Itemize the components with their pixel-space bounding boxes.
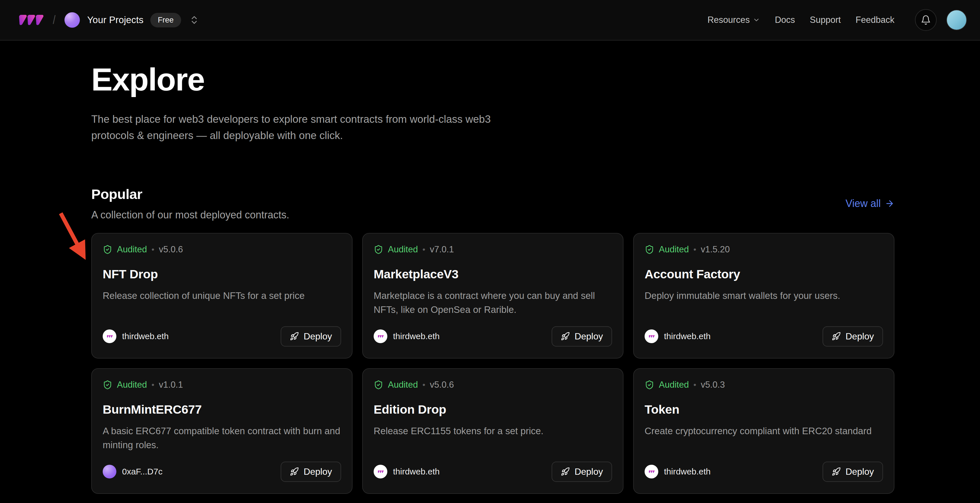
nav-link-support[interactable]: Support [810, 15, 841, 25]
contract-title: MarketplaceV3 [374, 267, 612, 281]
contract-card-token[interactable]: Audited • v5.0.3 Token Create cryptocurr… [633, 368, 894, 494]
publisher-avatar-thirdweb-logo-icon [374, 465, 387, 479]
breadcrumb: / Your Projects Free [14, 11, 199, 29]
audited-badge: Audited [659, 380, 689, 390]
nav-link-label: Resources [707, 15, 749, 25]
deploy-button[interactable]: Deploy [281, 326, 341, 347]
dot-separator: • [694, 380, 696, 390]
dot-separator: • [151, 245, 154, 254]
publisher-avatar-thirdweb-logo-icon [374, 329, 387, 343]
thirdweb-logo-icon[interactable] [14, 11, 44, 29]
card-badge-row: Audited • v1.0.1 [103, 380, 341, 390]
popular-section-titles: Popular A collection of our most deploye… [91, 186, 289, 221]
contract-title: Edition Drop [374, 402, 612, 417]
deploy-label: Deploy [845, 466, 874, 477]
deploy-label: Deploy [845, 331, 874, 342]
annotation-arrow-icon [53, 207, 95, 268]
audited-badge: Audited [388, 380, 418, 390]
deploy-button[interactable]: Deploy [822, 326, 883, 347]
popular-section-header: Popular A collection of our most deploye… [91, 186, 894, 221]
card-footer: thirdweb.eth Deploy [644, 326, 883, 347]
card-badge-row: Audited • v7.0.1 [374, 244, 612, 255]
publisher[interactable]: thirdweb.eth [374, 465, 439, 479]
contract-card-edition-drop[interactable]: Audited • v5.0.6 Edition Drop Release ER… [362, 368, 624, 494]
nav-link-docs[interactable]: Docs [775, 15, 795, 25]
page-title: Explore [91, 61, 894, 98]
publisher[interactable]: thirdweb.eth [103, 329, 169, 343]
contract-card-account-factory[interactable]: Audited • v1.5.20 Account Factory Deploy… [633, 233, 894, 359]
contract-version: v1.0.1 [159, 380, 183, 390]
deploy-label: Deploy [574, 331, 603, 342]
contract-title: Account Factory [644, 267, 883, 281]
shield-check-icon [103, 380, 112, 390]
top-navigation-bar: / Your Projects Free Resources Docs Supp… [0, 0, 980, 40]
card-badge-row: Audited • v5.0.6 [103, 244, 341, 255]
notifications-button[interactable] [915, 9, 937, 31]
user-avatar[interactable] [947, 10, 967, 30]
contract-version: v5.0.6 [430, 380, 454, 390]
publisher[interactable]: thirdweb.eth [644, 465, 711, 479]
contract-card-marketplacev3[interactable]: Audited • v7.0.1 MarketplaceV3 Marketpla… [362, 233, 624, 359]
publisher-avatar-thirdweb-logo-icon [644, 465, 658, 479]
card-footer: thirdweb.eth Deploy [374, 461, 612, 482]
rocket-icon [832, 332, 841, 341]
card-badge-row: Audited • v5.0.6 [374, 380, 612, 390]
contract-card-grid: Audited • v5.0.6 NFT Drop Release collec… [91, 233, 894, 494]
deploy-button[interactable]: Deploy [552, 326, 612, 347]
contract-title: Token [644, 402, 883, 417]
contract-card-nft-drop[interactable]: Audited • v5.0.6 NFT Drop Release collec… [91, 233, 353, 359]
contract-card-burnminterc677[interactable]: Audited • v1.0.1 BurnMintERC677 A basic … [91, 368, 353, 494]
contract-title: NFT Drop [103, 267, 341, 281]
deploy-button[interactable]: Deploy [281, 461, 341, 482]
rocket-icon [561, 332, 570, 341]
rocket-icon [290, 467, 299, 476]
audited-badge: Audited [388, 244, 418, 255]
arrow-right-icon [885, 199, 894, 208]
card-badge-row: Audited • v1.5.20 [644, 244, 883, 255]
publisher[interactable]: thirdweb.eth [374, 329, 439, 343]
deploy-label: Deploy [304, 466, 332, 477]
shield-check-icon [374, 245, 383, 254]
plan-badge: Free [150, 13, 181, 27]
contract-description: Release ERC1155 tokens for a set price. [374, 424, 612, 438]
nav-link-label: Feedback [856, 15, 894, 25]
audited-badge: Audited [117, 244, 147, 255]
card-footer: 0xaF...D7c Deploy [103, 461, 341, 482]
project-name[interactable]: Your Projects [87, 14, 144, 26]
contract-description: A basic ERC677 compatible token contract… [103, 424, 341, 452]
dot-separator: • [422, 245, 425, 254]
publisher-name: thirdweb.eth [664, 467, 711, 476]
contract-title: BurnMintERC677 [103, 402, 341, 417]
contract-description: Deploy immutable smart wallets for your … [644, 289, 883, 303]
nav-link-feedback[interactable]: Feedback [856, 15, 894, 25]
deploy-label: Deploy [574, 466, 603, 477]
publisher[interactable]: 0xaF...D7c [103, 465, 162, 479]
bell-icon [921, 15, 931, 25]
nav-link-resources[interactable]: Resources [707, 15, 760, 25]
chevrons-up-down-icon [189, 15, 199, 25]
shield-check-icon [103, 245, 112, 254]
deploy-button[interactable]: Deploy [552, 461, 612, 482]
view-all-label: View all [846, 198, 881, 209]
nav-link-label: Docs [775, 15, 795, 25]
publisher-name: thirdweb.eth [664, 331, 711, 341]
view-all-link[interactable]: View all [846, 198, 894, 209]
page-subtitle: The best place for web3 developers to ex… [91, 111, 528, 144]
project-switcher-button[interactable] [189, 15, 199, 25]
card-footer: thirdweb.eth Deploy [374, 326, 612, 347]
project-avatar[interactable] [64, 12, 80, 28]
breadcrumb-separator: / [53, 13, 55, 27]
shield-check-icon [644, 380, 654, 390]
nav-link-label: Support [810, 15, 841, 25]
deploy-button[interactable]: Deploy [822, 461, 883, 482]
shield-check-icon [374, 380, 383, 390]
publisher[interactable]: thirdweb.eth [644, 329, 711, 343]
audited-badge: Audited [659, 244, 689, 255]
dot-separator: • [694, 245, 696, 254]
header-actions: Resources Docs Support Feedback [707, 9, 967, 31]
main-content: Explore The best place for web3 develope… [91, 61, 894, 494]
publisher-name: thirdweb.eth [393, 467, 439, 476]
section-subtitle: A collection of our most deployed contra… [91, 209, 289, 221]
card-badge-row: Audited • v5.0.3 [644, 380, 883, 390]
publisher-avatar-purple-gradient [103, 465, 116, 479]
